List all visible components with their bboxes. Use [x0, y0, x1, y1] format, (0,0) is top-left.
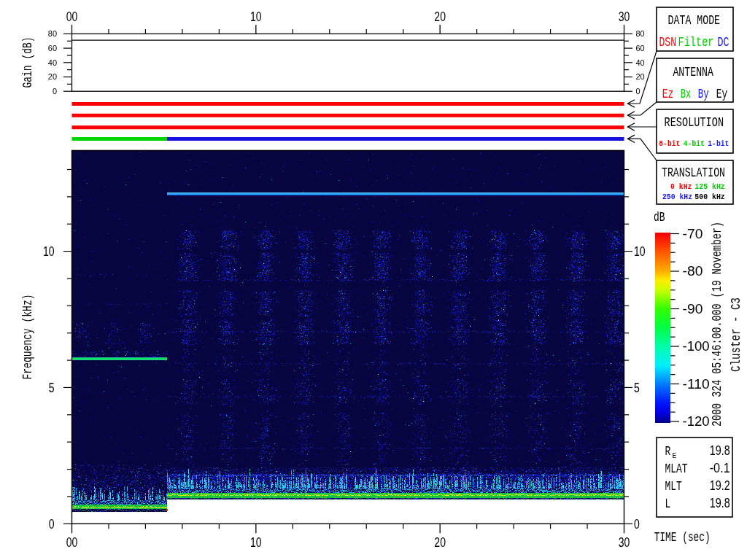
svg-text:20: 20 [434, 534, 446, 550]
svg-text:30: 30 [619, 534, 630, 550]
svg-text:8-bit: 8-bit [659, 139, 680, 148]
svg-text:250 kHz: 250 kHz [662, 192, 692, 201]
svg-text:TRANSLATION: TRANSLATION [662, 165, 725, 181]
svg-text:Frequency (kHz): Frequency (kHz) [20, 295, 35, 380]
svg-text:10: 10 [250, 534, 262, 550]
svg-text:40: 40 [48, 58, 57, 67]
svg-text:By: By [698, 86, 709, 102]
svg-text:20: 20 [636, 72, 645, 81]
svg-text:4-bit: 4-bit [684, 139, 705, 148]
svg-text:R: R [665, 443, 670, 459]
svg-text:-70: -70 [683, 226, 703, 241]
svg-text:0: 0 [53, 87, 57, 96]
svg-text:MLT: MLT [665, 478, 681, 494]
svg-text:E: E [673, 451, 677, 460]
svg-text:Cluster - C3: Cluster - C3 [728, 298, 744, 372]
svg-text:dB: dB [654, 209, 665, 225]
svg-text:80: 80 [636, 29, 645, 38]
svg-text:Filter: Filter [678, 34, 714, 50]
svg-text:5: 5 [634, 380, 640, 395]
svg-text:500 kHz: 500 kHz [694, 192, 725, 201]
svg-text:0: 0 [49, 516, 55, 532]
svg-text:Ey: Ey [716, 86, 728, 102]
svg-text:10: 10 [43, 244, 55, 259]
svg-text:20: 20 [48, 72, 57, 81]
svg-text:RESOLUTION: RESOLUTION [665, 114, 724, 131]
svg-text:10: 10 [250, 9, 262, 24]
svg-text:80: 80 [48, 29, 57, 38]
svg-text:Gain (dB): Gain (dB) [20, 37, 35, 88]
svg-text:10: 10 [634, 244, 646, 259]
svg-text:20: 20 [434, 9, 446, 24]
svg-text:40: 40 [636, 58, 645, 67]
svg-text:-110: -110 [683, 376, 710, 392]
svg-text:DSN: DSN [659, 34, 677, 50]
svg-text:0: 0 [636, 87, 640, 96]
svg-text:DC: DC [718, 34, 729, 50]
svg-text:00: 00 [66, 534, 78, 550]
svg-text:L: L [665, 496, 670, 512]
svg-text:00: 00 [66, 9, 78, 24]
svg-text:19.8: 19.8 [710, 443, 730, 458]
svg-text:30: 30 [619, 9, 630, 24]
svg-text:19.8: 19.8 [710, 495, 730, 510]
svg-text:ANTENNA: ANTENNA [673, 64, 713, 80]
svg-text:-90: -90 [683, 301, 703, 316]
svg-text:-100: -100 [683, 338, 710, 354]
svg-text:19.2: 19.2 [710, 478, 730, 493]
svg-text:-80: -80 [683, 263, 703, 279]
svg-text:Bx: Bx [681, 86, 692, 102]
svg-text:60: 60 [636, 44, 645, 52]
svg-text:2000 324 05:46:00.000 (19 Nove: 2000 324 05:46:00.000 (19 November) [709, 222, 725, 427]
svg-text:0 kHz: 0 kHz [670, 182, 692, 191]
svg-text:TIME (sec): TIME (sec) [654, 529, 711, 545]
svg-text:DATA MODE: DATA MODE [668, 12, 721, 28]
svg-text:60: 60 [48, 44, 57, 52]
svg-text:125 kHz: 125 kHz [694, 182, 725, 191]
svg-text:Ez: Ez [662, 86, 674, 102]
svg-text:-0.1: -0.1 [710, 460, 730, 475]
svg-text:-120: -120 [683, 413, 710, 429]
svg-text:0: 0 [634, 516, 640, 532]
svg-text:1-bit: 1-bit [708, 139, 729, 148]
svg-text:5: 5 [49, 380, 55, 395]
svg-text:MLAT: MLAT [665, 461, 687, 477]
